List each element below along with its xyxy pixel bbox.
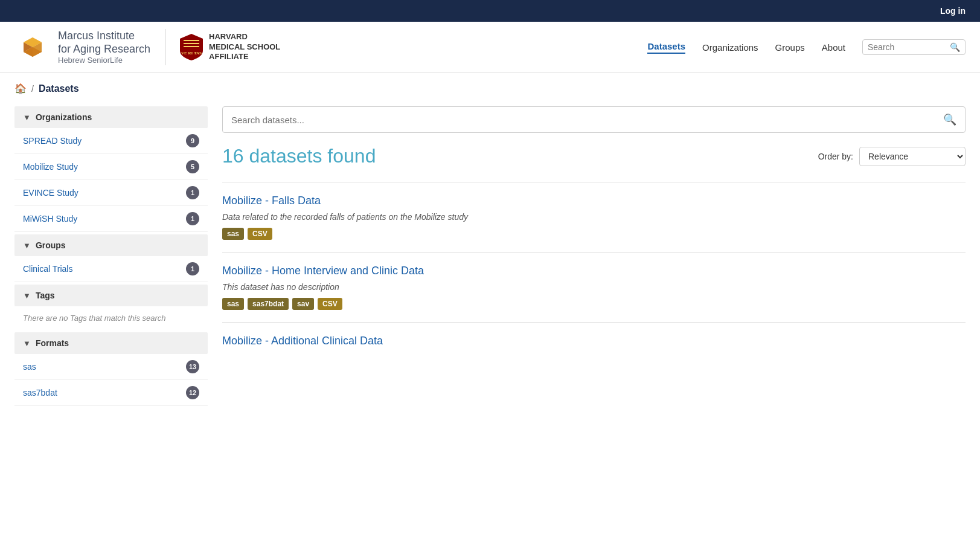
dataset-tag[interactable]: sas <box>222 298 244 310</box>
group-filter-item[interactable]: Clinical Trials1 <box>14 256 208 282</box>
dataset-item: Mobilize - Additional Clinical Data <box>222 322 966 364</box>
formats-filter-section: ▼ Formats sas13sas7bdat12 <box>14 332 208 406</box>
org-filter-item[interactable]: EVINCE Study1 <box>14 180 208 206</box>
svg-rect-8 <box>184 46 199 47</box>
funnel-icon-organizations: ▼ <box>23 113 31 122</box>
format-filter-item[interactable]: sas7bdat12 <box>14 380 208 406</box>
format-item-count: 13 <box>186 360 199 373</box>
dataset-search-bar[interactable]: 🔍 <box>222 106 966 133</box>
dataset-tag[interactable]: sav <box>292 298 314 310</box>
breadcrumb-current: Datasets <box>39 83 79 94</box>
org-filter-item[interactable]: Mobilize Study5 <box>14 154 208 180</box>
header-search-icon: 🔍 <box>950 42 960 52</box>
organizations-list: SPREAD Study9Mobilize Study5EVINCE Study… <box>14 128 208 232</box>
org-filter-item[interactable]: SPREAD Study9 <box>14 128 208 154</box>
organizations-filter-header[interactable]: ▼ Organizations <box>14 106 208 128</box>
nav-datasets[interactable]: Datasets <box>647 41 685 54</box>
login-link[interactable]: Log in <box>940 6 966 16</box>
org-item-count: 1 <box>186 186 199 199</box>
results-count: 16 datasets found <box>222 145 376 167</box>
harvard-shield-icon: VE RI TAS <box>180 34 203 60</box>
format-item-label: sas <box>23 362 36 372</box>
group-item-label: Clinical Trials <box>23 264 72 274</box>
formats-list: sas13sas7bdat12 <box>14 354 208 406</box>
content-area: 🔍 16 datasets found Order by: RelevanceN… <box>222 106 966 408</box>
org-filter-item[interactable]: MiWiSH Study1 <box>14 206 208 232</box>
dataset-tag[interactable]: sas <box>222 228 244 240</box>
tags-filter-section: ▼ Tags There are no Tags that match this… <box>14 285 208 330</box>
groups-filter-label: Groups <box>36 240 66 250</box>
org-item-label: EVINCE Study <box>23 188 78 198</box>
groups-list: Clinical Trials1 <box>14 256 208 282</box>
funnel-icon-formats: ▼ <box>23 339 31 348</box>
svg-text:VE RI TAS: VE RI TAS <box>181 51 202 56</box>
logo-area: Marcus Institutefor Aging Research Hebre… <box>14 29 281 65</box>
results-header: 16 datasets found Order by: RelevanceNam… <box>222 145 966 167</box>
dataset-title[interactable]: Mobilize - Additional Clinical Data <box>222 335 966 347</box>
groups-filter-section: ▼ Groups Clinical Trials1 <box>14 234 208 282</box>
tags-filter-label: Tags <box>36 291 55 300</box>
dataset-description: This dataset has no description <box>222 282 966 292</box>
top-bar: Log in <box>0 0 980 22</box>
formats-filter-header[interactable]: ▼ Formats <box>14 332 208 354</box>
breadcrumb: 🏠 / Datasets <box>0 73 980 99</box>
header: Marcus Institutefor Aging Research Hebre… <box>0 22 980 73</box>
dataset-item: Mobilize - Falls Data Data related to th… <box>222 182 966 252</box>
dataset-title[interactable]: Mobilize - Falls Data <box>222 195 966 207</box>
header-search-box[interactable]: 🔍 <box>862 39 966 55</box>
main-nav: Datasets Organizations Groups About 🔍 <box>647 39 966 55</box>
nav-organizations[interactable]: Organizations <box>702 42 758 53</box>
funnel-icon-tags: ▼ <box>23 291 31 300</box>
order-by-label: Order by: <box>818 152 853 161</box>
dataset-search-input[interactable] <box>231 115 938 125</box>
header-search-input[interactable] <box>868 42 946 52</box>
dataset-tag[interactable]: CSV <box>318 298 342 310</box>
dataset-tag[interactable]: sas7bdat <box>248 298 289 310</box>
header-divider <box>165 29 165 65</box>
dataset-search-button[interactable]: 🔍 <box>943 113 956 126</box>
nav-groups[interactable]: Groups <box>775 42 805 53</box>
svg-rect-7 <box>184 43 199 44</box>
datasets-list: Mobilize - Falls Data Data related to th… <box>222 182 966 364</box>
sidebar: ▼ Organizations SPREAD Study9Mobilize St… <box>14 106 208 408</box>
org-logo-text: Marcus Institutefor Aging Research Hebre… <box>58 30 150 65</box>
organizations-filter-label: Organizations <box>36 112 92 122</box>
order-by-select[interactable]: RelevanceName AscendingName DescendingLa… <box>859 147 966 166</box>
tags-filter-header[interactable]: ▼ Tags <box>14 285 208 306</box>
org-item-label: SPREAD Study <box>23 136 82 146</box>
harvard-logo: VE RI TAS HARVARD MEDICAL SCHOOL AFFILIA… <box>180 32 281 63</box>
org-item-count: 9 <box>186 134 199 147</box>
organizations-filter-section: ▼ Organizations SPREAD Study9Mobilize St… <box>14 106 208 232</box>
groups-filter-header[interactable]: ▼ Groups <box>14 234 208 256</box>
org-item-count: 5 <box>186 160 199 173</box>
org-logo-icon <box>14 29 51 65</box>
formats-filter-label: Formats <box>36 338 69 348</box>
dataset-item: Mobilize - Home Interview and Clinic Dat… <box>222 252 966 322</box>
format-item-count: 12 <box>186 386 199 399</box>
dataset-tags: sassas7bdatsavCSV <box>222 298 966 310</box>
nav-about[interactable]: About <box>822 42 845 53</box>
dataset-title[interactable]: Mobilize - Home Interview and Clinic Dat… <box>222 265 966 277</box>
org-item-count: 1 <box>186 212 199 225</box>
dataset-description: Data related to the recorded falls of pa… <box>222 212 966 222</box>
format-filter-item[interactable]: sas13 <box>14 354 208 380</box>
dataset-tags: sasCSV <box>222 228 966 240</box>
svg-rect-6 <box>184 40 199 41</box>
home-icon[interactable]: 🏠 <box>14 83 27 94</box>
org-sub-name: Hebrew SeniorLife <box>58 56 150 65</box>
org-name: Marcus Institutefor Aging Research <box>58 30 150 56</box>
harvard-affiliation-text: HARVARD MEDICAL SCHOOL AFFILIATE <box>209 32 281 63</box>
group-item-count: 1 <box>186 262 199 275</box>
breadcrumb-separator: / <box>31 84 34 94</box>
funnel-icon-groups: ▼ <box>23 241 31 250</box>
order-by-section: Order by: RelevanceName AscendingName De… <box>818 147 966 166</box>
no-tags-message: There are no Tags that match this search <box>14 306 208 330</box>
main-layout: ▼ Organizations SPREAD Study9Mobilize St… <box>0 106 980 408</box>
format-item-label: sas7bdat <box>23 388 57 398</box>
dataset-tag[interactable]: CSV <box>248 228 272 240</box>
org-item-label: MiWiSH Study <box>23 214 77 224</box>
org-item-label: Mobilize Study <box>23 162 78 172</box>
